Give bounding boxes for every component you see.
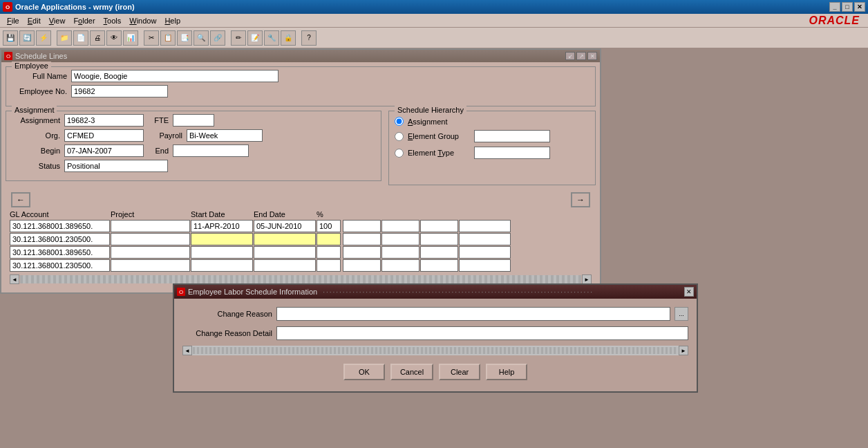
toolbar-btn-1[interactable]: 💾 — [3, 30, 18, 46]
menu-folder[interactable]: Folder — [69, 15, 99, 26]
hscroll-left-btn[interactable]: ◄ — [10, 274, 19, 284]
cell-extra1-2[interactable] — [343, 233, 381, 245]
change-reason-detail-input[interactable] — [276, 326, 688, 340]
org-input[interactable] — [64, 129, 144, 142]
menu-view[interactable]: View — [45, 15, 70, 26]
end-input[interactable] — [173, 144, 249, 157]
cell-end-3[interactable] — [254, 246, 316, 259]
window-controls[interactable]: ↙ ↗ ✕ — [565, 52, 597, 60]
payroll-input[interactable] — [187, 129, 263, 142]
toolbar-btn-14[interactable]: ✏ — [231, 30, 246, 46]
window-minimize-btn[interactable]: ↙ — [565, 52, 575, 60]
cell-extra2-3[interactable] — [381, 246, 419, 259]
cell-gl-4[interactable] — [10, 259, 110, 272]
cell-start-2[interactable] — [191, 233, 253, 245]
clear-button[interactable]: Clear — [439, 364, 480, 380]
toolbar-btn-13[interactable]: 🔗 — [210, 30, 225, 46]
toolbar-btn-6[interactable]: 🖨 — [90, 30, 105, 46]
element-group-radio[interactable] — [395, 132, 404, 141]
help-button[interactable]: Help — [486, 364, 527, 380]
element-group-input[interactable] — [474, 130, 550, 142]
cell-project-2[interactable] — [111, 233, 190, 245]
title-bar-controls[interactable]: _ □ ✕ — [829, 2, 865, 12]
toolbar-btn-10[interactable]: 📋 — [160, 30, 176, 46]
toolbar-btn-8[interactable]: 📊 — [123, 30, 138, 46]
modal-close-button[interactable]: ✕ — [684, 287, 694, 297]
fte-input[interactable] — [173, 114, 214, 127]
change-reason-input[interactable] — [276, 307, 670, 321]
toolbar-btn-2[interactable]: 🔄 — [19, 30, 35, 46]
cell-extra4-2[interactable] — [459, 233, 511, 245]
toolbar-btn-help[interactable]: ? — [301, 30, 317, 46]
toolbar-btn-16[interactable]: 🔧 — [264, 30, 279, 46]
next-button[interactable]: → — [571, 192, 590, 207]
toolbar-btn-4[interactable]: 📁 — [57, 30, 72, 46]
toolbar-btn-3[interactable]: ⚡ — [36, 30, 51, 46]
cell-extra2-4[interactable] — [381, 259, 419, 272]
cell-pct-4[interactable] — [317, 259, 341, 272]
cancel-button[interactable]: Cancel — [390, 364, 433, 380]
cell-end-4[interactable] — [254, 259, 316, 272]
prev-button[interactable]: ← — [11, 192, 30, 207]
begin-input[interactable] — [64, 144, 144, 157]
modal-hscroll-track[interactable] — [193, 347, 678, 354]
hscroll-track[interactable] — [20, 275, 581, 283]
toolbar-btn-17[interactable]: 🔒 — [281, 30, 296, 46]
cell-extra3-4[interactable] — [420, 259, 458, 272]
cell-gl-1[interactable] — [10, 220, 110, 232]
menu-edit[interactable]: Edit — [23, 15, 45, 26]
modal-hscroll-right[interactable]: ► — [679, 346, 688, 355]
modal-hscroll-left[interactable]: ◄ — [182, 346, 192, 355]
cell-extra1-1[interactable] — [343, 220, 381, 232]
menu-window[interactable]: Window — [125, 15, 160, 26]
cell-extra4-4[interactable] — [459, 259, 511, 272]
hscroll-right-btn[interactable]: ► — [582, 274, 592, 284]
cell-gl-2[interactable] — [10, 233, 110, 245]
toolbar-btn-7[interactable]: 👁 — [106, 30, 122, 46]
menu-file[interactable]: File — [3, 15, 23, 26]
toolbar-btn-12[interactable]: 🔍 — [194, 30, 209, 46]
menu-help[interactable]: Help — [160, 15, 185, 26]
cell-end-1[interactable] — [254, 220, 316, 232]
cell-start-4[interactable] — [191, 259, 253, 272]
minimize-button[interactable]: _ — [829, 2, 840, 12]
cell-extra3-1[interactable] — [420, 220, 458, 232]
cell-start-1[interactable] — [191, 220, 253, 232]
ok-button[interactable]: OK — [343, 364, 385, 380]
employeeno-input[interactable] — [71, 85, 168, 97]
close-button[interactable]: ✕ — [854, 2, 865, 12]
window-close-btn[interactable]: ✕ — [587, 52, 597, 60]
cell-project-4[interactable] — [111, 259, 190, 272]
status-input[interactable] — [64, 160, 168, 172]
element-type-input[interactable] — [474, 147, 550, 159]
cell-pct-3[interactable] — [317, 246, 341, 259]
window-maximize-btn[interactable]: ↗ — [576, 52, 586, 60]
cell-pct-2[interactable] — [317, 233, 341, 245]
cell-end-2[interactable] — [254, 233, 316, 245]
change-reason-lookup-btn[interactable]: ... — [674, 307, 688, 321]
toolbar-btn-11[interactable]: 📑 — [177, 30, 192, 46]
cell-extra3-2[interactable] — [420, 233, 458, 245]
cell-gl-3[interactable] — [10, 246, 110, 259]
toolbar-btn-9[interactable]: ✂ — [144, 30, 159, 46]
cell-extra1-4[interactable] — [343, 259, 381, 272]
toolbar-btn-5[interactable]: 📄 — [73, 30, 88, 46]
cell-project-3[interactable] — [111, 246, 190, 259]
cell-extra2-1[interactable] — [381, 220, 419, 232]
cell-extra4-1[interactable] — [459, 220, 511, 232]
cell-pct-1[interactable] — [317, 220, 341, 232]
fullname-input[interactable] — [71, 70, 279, 82]
assignment-input[interactable] — [64, 114, 144, 127]
assignment-radio[interactable] — [395, 117, 404, 126]
cell-extra4-3[interactable] — [459, 246, 511, 259]
menu-tools[interactable]: Tools — [100, 15, 126, 26]
cell-extra2-2[interactable] — [381, 233, 419, 245]
cell-start-3[interactable] — [191, 246, 253, 259]
element-type-radio[interactable] — [395, 149, 404, 158]
cell-extra1-3[interactable] — [343, 246, 381, 259]
cell-project-1[interactable] — [111, 220, 190, 232]
toolbar-btn-15[interactable]: 📝 — [247, 30, 263, 46]
cell-extra3-3[interactable] — [420, 246, 458, 259]
change-reason-detail-label: Change Reason Detail — [182, 329, 272, 337]
maximize-button[interactable]: □ — [842, 2, 853, 12]
